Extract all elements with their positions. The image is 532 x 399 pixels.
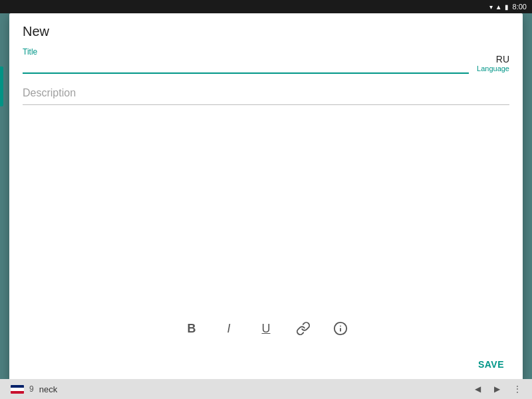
bottom-action-next[interactable]: ▶ <box>494 384 500 394</box>
description-area <box>9 79 523 309</box>
info-icon <box>333 321 348 336</box>
status-bar: ▾ ▲ ▮ 8:00 <box>0 0 532 13</box>
italic-button[interactable]: I <box>217 317 241 340</box>
bottom-number: 9 <box>29 384 34 394</box>
underline-button[interactable]: U <box>254 317 278 340</box>
description-input[interactable] <box>23 79 509 105</box>
new-item-dialog: New Title RU Language B I U <box>9 13 523 383</box>
battery-icon: ▮ <box>505 3 509 11</box>
left-accent-bar <box>0 66 3 106</box>
dialog-actions: SAVE <box>9 348 523 383</box>
bottom-action-more[interactable]: ⋮ <box>513 384 521 394</box>
title-row: Title RU Language <box>23 47 509 74</box>
bottom-text: neck <box>39 384 57 394</box>
signal-icon: ▲ <box>495 3 502 11</box>
title-label: Title <box>23 47 469 57</box>
formatting-toolbar: B I U <box>9 309 523 348</box>
content-area <box>23 105 509 309</box>
language-wrapper[interactable]: RU Language <box>477 54 509 74</box>
language-label: Language <box>477 65 509 72</box>
bottom-bar: 9 neck ◀ ▶ ⋮ <box>0 379 532 399</box>
language-value: RU <box>477 54 509 65</box>
link-icon <box>296 321 311 336</box>
bottom-actions: ◀ ▶ ⋮ <box>475 384 521 394</box>
dialog-header: New Title RU Language <box>9 13 523 79</box>
status-icons: ▾ ▲ ▮ <box>489 3 509 11</box>
bottom-action-prev[interactable]: ◀ <box>475 384 481 394</box>
flag-icon <box>11 385 24 394</box>
info-button[interactable] <box>329 317 352 340</box>
link-button[interactable] <box>291 317 315 340</box>
wifi-icon: ▾ <box>489 3 493 11</box>
title-field-wrapper: Title <box>23 47 469 74</box>
save-button[interactable]: SAVE <box>470 354 512 375</box>
status-time: 8:00 <box>513 3 527 11</box>
bold-button[interactable]: B <box>180 317 203 340</box>
dialog-title: New <box>23 24 509 39</box>
title-input[interactable] <box>23 58 469 74</box>
